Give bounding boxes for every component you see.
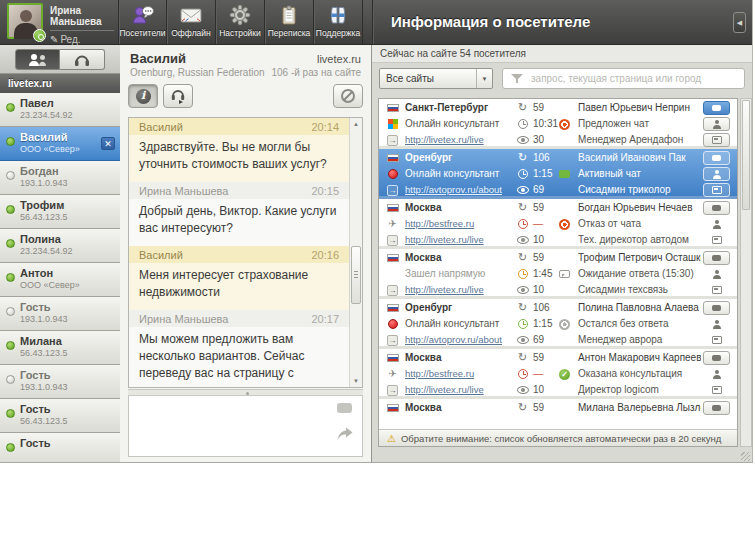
block-visitor-button[interactable] [333, 84, 363, 108]
chat-message-visitor: Василий20:16 Меня интересует страхование… [129, 246, 349, 310]
history-card-icon [712, 136, 722, 144]
tab-operators[interactable] [60, 49, 105, 70]
sidebar-visitor-guest-2[interactable]: Гость193.1.0.943 [0, 365, 120, 399]
sidebar-visitor-guest-3[interactable]: Гость56.43.123.5 [0, 399, 120, 433]
visitor-profile-button[interactable] [703, 167, 730, 181]
sidebar-visitor-bogdan[interactable]: Богдан193.1.0.943 [0, 161, 120, 195]
close-chat-icon[interactable]: ✕ [101, 137, 115, 150]
visitor-row-4[interactable]: Москва ↻ 59 Трофим Петрович Осташков Заш… [379, 249, 737, 299]
history-card-icon [712, 336, 722, 344]
current-page-link[interactable]: http://avtoprov.ru/about [405, 334, 502, 345]
collapse-panel-button[interactable]: ◀ [733, 12, 746, 33]
nav-support[interactable]: Поддержка [314, 0, 363, 44]
start-chat-button[interactable] [703, 151, 730, 165]
person-icon [712, 120, 722, 129]
search-input[interactable] [502, 68, 745, 89]
table-scroll-thumb[interactable] [742, 100, 750, 210]
resize-grip-icon[interactable] [741, 452, 750, 461]
visitor-row-5[interactable]: Оренбург ↻ 106 Полина Павловна Алаева Он… [379, 299, 737, 349]
start-chat-button[interactable] [703, 351, 730, 365]
visitor-profile-button[interactable] [703, 117, 730, 131]
scroll-down-icon[interactable]: ▼ [350, 375, 362, 387]
referrer-link[interactable]: http://bestfree.ru [405, 368, 474, 379]
sidebar-visitor-vasiliy-selected[interactable]: ВасилийООО «Север»✕ [0, 127, 120, 161]
sidebar-visitor-guest-4[interactable]: Гость [0, 433, 120, 463]
goto-page-icon: → [387, 335, 398, 346]
edit-profile-link[interactable]: ✎Ред. [50, 34, 114, 45]
sidebar-visitor-milana[interactable]: Милана56.43.123.5 [0, 331, 120, 365]
visitor-name: Антон [20, 267, 116, 280]
referrer-link[interactable]: http://bestfree.ru [405, 218, 474, 229]
site-group-header[interactable]: livetex.ru [0, 74, 120, 93]
message-time: 20:17 [311, 313, 339, 325]
sidebar-visitor-trofim[interactable]: Трофим56.43.123.5 [0, 195, 120, 229]
start-chat-button[interactable] [703, 301, 730, 315]
visitor-history-button[interactable] [703, 383, 730, 397]
visitor-row-7[interactable]: Москва ↻ 59 Милана Валерьевна Лызлова [379, 399, 737, 429]
sidebar-visitor-anton[interactable]: АнтонООО «Север» [0, 263, 120, 297]
message-author: Ирина Маньшева [139, 185, 228, 197]
tab-visitors[interactable] [15, 49, 60, 70]
send-forward-icon[interactable] [337, 427, 353, 441]
table-scrollbar[interactable] [740, 98, 752, 447]
canned-replies-icon[interactable] [337, 403, 352, 413]
visitor-info-button[interactable]: i [128, 84, 158, 108]
main-nav: Посетители Оффлайн Настройки Переписка [118, 0, 363, 44]
visitor-row-3[interactable]: Москва ↻ 59 Богдан Юрьевич Нечаев ✈ http… [379, 199, 737, 249]
current-page-link[interactable]: http://livetex.ru/live [405, 284, 484, 295]
status-active-chat-icon [559, 170, 570, 178]
start-chat-button[interactable] [703, 101, 730, 115]
nav-settings[interactable]: Настройки [216, 0, 265, 44]
visitor-history-button[interactable] [703, 133, 730, 147]
chat-message-visitor: Василий20:14 Здравствуйте. Вы не могли б… [129, 118, 349, 182]
visitor-name: Милана [20, 335, 116, 348]
visitor-row-1[interactable]: Санкт-Петербург ↻ 59 Павел Юрьевич Непри… [379, 99, 737, 149]
visitor-history-button[interactable] [703, 183, 730, 197]
page-views: 10 [533, 232, 575, 247]
visitor-history-button[interactable] [703, 333, 730, 347]
visitor-profile-button[interactable] [703, 367, 730, 381]
nav-offline[interactable]: Оффлайн [167, 0, 216, 44]
message-input-area[interactable] [128, 396, 363, 457]
page-views-icon [517, 136, 529, 144]
nav-visitors[interactable]: Посетители [118, 0, 167, 44]
visitor-profile-button[interactable] [703, 217, 730, 231]
sidebar-visitor-polina[interactable]: Полина23.234.54.92 [0, 229, 120, 263]
sidebar-visitor-guest-1[interactable]: Гость193.1.0.943 [0, 297, 120, 331]
chat-scrollbar[interactable]: ▲ ▼ [349, 118, 362, 387]
page-views-icon [517, 286, 529, 294]
operator-avatar[interactable] [7, 3, 43, 39]
visitor-row-2-selected[interactable]: Оренбург ↻ 106 Василий Иванович Пак Онла… [379, 149, 737, 199]
filter-row: Все сайты ▼ [372, 63, 752, 93]
message-text: Меня интересует страхование недвижимости [129, 263, 349, 310]
time-on-site-icon [518, 169, 528, 179]
start-chat-button[interactable] [703, 251, 730, 265]
sidebar-visitor-pavel[interactable]: Павел23.234.54.92 [0, 93, 120, 127]
visit-count-icon: ↻ [518, 301, 527, 313]
chat-splitter-handle[interactable] [128, 389, 363, 396]
referrer-icon: ✈ [388, 218, 396, 229]
visitor-history-button[interactable] [703, 233, 730, 247]
current-page-link[interactable]: http://livetex.ru/live [405, 234, 484, 245]
visitor-profile-button[interactable] [703, 317, 730, 331]
nav-correspondence[interactable]: Переписка [265, 0, 314, 44]
scroll-up-icon[interactable]: ▲ [350, 118, 362, 130]
visitor-profile-button[interactable] [703, 267, 730, 281]
visitor-row-6[interactable]: Москва ↻ 59 Антон Макарович Карпеев ✈ ht… [379, 349, 737, 399]
current-page-link[interactable]: http://livetex.ru/live [405, 134, 484, 145]
current-page-link[interactable]: http://avtoprov.ru/about [405, 184, 502, 195]
nav-support-label: Поддержка [314, 28, 362, 38]
chat-bubble-icon [712, 355, 721, 361]
start-chat-button[interactable] [703, 401, 730, 415]
visitors-icon [119, 4, 166, 27]
visit-count: 59 [533, 100, 575, 115]
visitor-sub: 23.234.54.92 [20, 246, 116, 257]
current-page-link[interactable]: http://livetex.ru/live [405, 384, 484, 395]
site-filter-select[interactable]: Все сайты ▼ [379, 68, 493, 89]
scroll-thumb[interactable] [351, 246, 361, 304]
notice-text: Обратите внимание: список обновляется ав… [401, 433, 721, 444]
visitor-full-name: Трофим Петрович Осташков [578, 250, 701, 265]
start-chat-button[interactable] [703, 201, 730, 215]
visitor-history-button[interactable] [703, 283, 730, 297]
transfer-to-operator-button[interactable] [163, 84, 193, 108]
